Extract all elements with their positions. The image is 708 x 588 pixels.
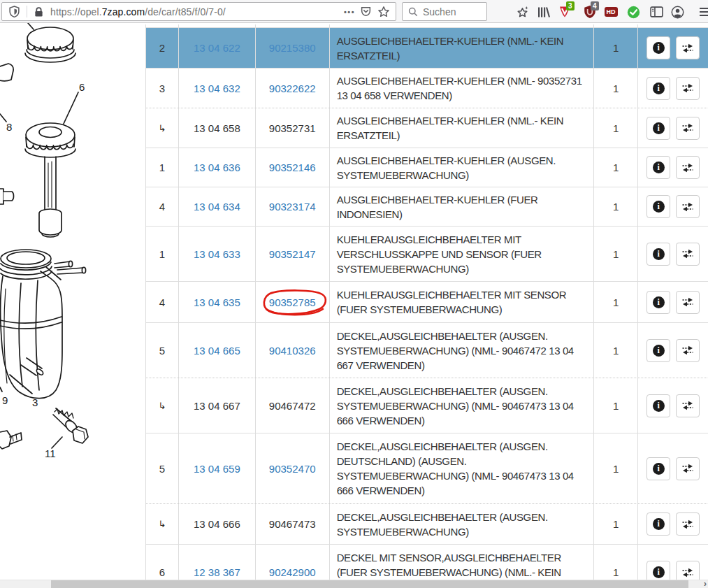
transfer-button[interactable] [676, 561, 700, 580]
transfer-button[interactable] [676, 156, 700, 179]
url-bar[interactable]: https://opel.7zap.com/de/car/t85/f/0/7-0… [1, 2, 396, 21]
tracking-protection-shield-icon[interactable] [8, 6, 20, 17]
pocket-icon[interactable] [360, 6, 372, 17]
qty-cell: 1 [594, 282, 638, 322]
info-button[interactable]: i [646, 512, 670, 536]
transfer-button[interactable] [676, 117, 700, 140]
ref-number-link[interactable]: 90352470 [269, 463, 316, 475]
ref-number-link[interactable]: 90352147 [269, 248, 316, 260]
menu-icon[interactable] [697, 5, 708, 19]
description-cell: AUSGLEICHBEHAELTER-KUEHLER (NML- 9035273… [330, 69, 595, 108]
part-number-link[interactable]: 13 04 632 [194, 83, 240, 94]
part-number-link[interactable]: 13 04 636 [194, 162, 240, 173]
transfer-icon [681, 464, 694, 473]
info-button[interactable]: i [646, 77, 670, 100]
scroll-right-arrow[interactable]: › [704, 578, 707, 588]
info-button[interactable]: i [646, 156, 670, 179]
qty-cell: 1 [594, 504, 638, 544]
info-button[interactable]: i [646, 457, 670, 480]
table-row[interactable]: 1 13 04 636 90352146 AUSGLEICHBEHAELTER-… [146, 148, 708, 187]
highlights-star-icon[interactable] [515, 5, 529, 19]
transfer-icon [681, 345, 694, 355]
ref-number-link[interactable]: 90242900 [269, 566, 316, 578]
ref-number-link[interactable]: 90215380 [269, 42, 316, 54]
info-button[interactable]: i [646, 339, 670, 362]
lock-icon[interactable] [34, 6, 44, 17]
ref-number-link[interactable]: 90323174 [269, 201, 316, 213]
table-row[interactable]: 4 13 04 635 90352785 KUEHLERAUSGLEICHBEH… [146, 282, 708, 323]
part-number-link[interactable]: 13 04 622 [194, 42, 240, 54]
table-row[interactable]: 6 12 38 367 90242900 DECKEL MIT SENSOR,A… [146, 545, 708, 580]
table-row[interactable]: 5 13 04 659 90352470 DECKEL,AUSGLEICHBEH… [146, 433, 708, 504]
info-button[interactable]: i [646, 291, 670, 314]
transfer-button[interactable] [676, 457, 700, 480]
qty-cell: 1 [594, 108, 638, 148]
ref-number-link-circled[interactable]: 90352785 [269, 296, 316, 308]
url-domain: 7zap.com [102, 6, 145, 17]
description-cell: AUSGLEICHBEHAELTER-KUEHLER (NML.- KEIN E… [330, 108, 595, 148]
part-number: 13 04 666 [179, 504, 256, 544]
table-row[interactable]: 1 13 04 633 90352147 KUEHLERAUSGLEICHBEH… [146, 227, 708, 282]
table-row-sub[interactable]: ↳ 13 04 667 90467472 DECKEL,AUSGLEICHBEH… [146, 378, 708, 433]
transfer-button[interactable] [676, 243, 700, 266]
scrollbar-thumb[interactable] [51, 580, 688, 588]
page-actions-icon[interactable]: ••• [344, 8, 355, 16]
transfer-button[interactable] [676, 36, 700, 59]
info-button[interactable]: i [646, 36, 670, 59]
bookmark-star-icon[interactable] [377, 6, 390, 18]
qty-cell: 1 [594, 323, 638, 378]
table-row-selected[interactable]: 2 13 04 622 90215380 AUSGLEICHBEHAELTER-… [146, 28, 708, 69]
transfer-button[interactable] [676, 77, 700, 100]
part-number-link[interactable]: 13 04 665 [194, 345, 240, 357]
part-number-link[interactable]: 13 04 635 [194, 296, 240, 308]
pos-cell: 3 [146, 69, 179, 108]
info-icon: i [653, 248, 665, 260]
hd-extension-icon[interactable]: HD [604, 5, 618, 19]
table-row-sub[interactable]: ↳ 13 04 666 90467473 DECKEL,AUSGLEICHBEH… [146, 504, 708, 545]
ref-number-link[interactable]: 90352146 [269, 162, 316, 173]
ref-number-link[interactable]: 90410326 [269, 345, 316, 357]
horizontal-scrollbar[interactable]: › [0, 580, 708, 588]
info-button[interactable]: i [646, 394, 670, 417]
sub-row-arrow: ↳ [146, 504, 179, 544]
actions-cell: i [638, 323, 708, 378]
actions-cell: i [638, 69, 708, 108]
qty-cell: 1 [594, 28, 638, 68]
library-icon[interactable] [537, 5, 551, 19]
info-icon: i [653, 296, 665, 308]
part-number-link[interactable]: 12 38 367 [194, 566, 240, 578]
sidebar-toggle-icon[interactable] [649, 5, 663, 19]
part-number-link[interactable]: 13 04 634 [194, 201, 240, 213]
ref-number-link[interactable]: 90322622 [269, 83, 316, 94]
transfer-button[interactable] [676, 291, 700, 314]
qty-cell: 1 [594, 378, 638, 433]
transfer-icon [681, 519, 694, 529]
url-text[interactable]: https://opel.7zap.com/de/car/t85/f/0/7-0… [50, 6, 226, 17]
part-number-link[interactable]: 13 04 633 [194, 248, 240, 260]
account-icon[interactable] [670, 5, 684, 19]
part-number: 13 04 658 [179, 108, 256, 148]
part-number-link[interactable]: 13 04 659 [194, 463, 240, 475]
info-icon: i [653, 463, 665, 475]
info-button[interactable]: i [646, 117, 670, 140]
actions-cell: i [638, 108, 708, 148]
table-row-sub[interactable]: ↳ 13 04 658 90352731 AUSGLEICHBEHAELTER-… [146, 108, 708, 148]
table-row[interactable]: 3 13 04 632 90322622 AUSGLEICHBEHAELTER-… [146, 69, 708, 108]
transfer-button[interactable] [676, 512, 700, 536]
info-button[interactable]: i [646, 195, 670, 218]
search-box[interactable]: Suchen [402, 2, 487, 21]
browser-toolbar: https://opel.7zap.com/de/car/t85/f/0/7-0… [0, 0, 708, 23]
status-check-icon[interactable] [626, 5, 640, 19]
transfer-button[interactable] [676, 394, 700, 417]
transfer-button[interactable] [676, 195, 700, 218]
info-button[interactable]: i [646, 243, 670, 266]
table-row[interactable]: 5 13 04 665 90410326 DECKEL,AUSGLEICHBEH… [146, 323, 708, 378]
description-cell: DECKEL,AUSGLEICHBEHAELTER (AUSGEN. SYSTE… [330, 378, 595, 433]
actions-cell: i [638, 545, 708, 580]
actions-cell: i [638, 227, 708, 281]
actions-cell: i [638, 187, 708, 226]
info-button[interactable]: i [646, 561, 670, 580]
part-label-6: 6 [79, 81, 85, 93]
table-row[interactable]: 4 13 04 634 90323174 AUSGLEICHBEHAELTER-… [146, 187, 708, 227]
transfer-button[interactable] [676, 339, 700, 362]
